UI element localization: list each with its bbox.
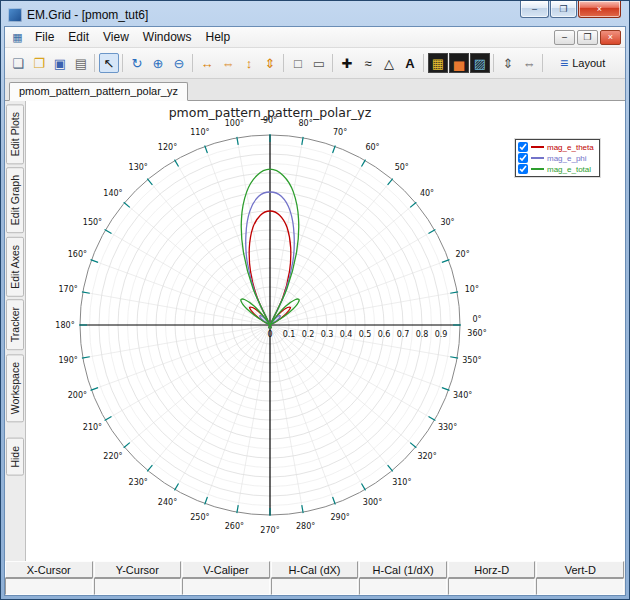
mdi-minimize-button[interactable]: – bbox=[554, 30, 575, 45]
angle-label-280: 280° bbox=[296, 522, 315, 531]
fit-width-button[interactable]: ↔ bbox=[197, 53, 217, 73]
waterfall-plot-button[interactable]: ▦ bbox=[428, 53, 448, 73]
app-icon[interactable] bbox=[8, 8, 22, 22]
open-folder-button[interactable]: ❐ bbox=[29, 53, 49, 73]
menu-view[interactable]: View bbox=[96, 29, 136, 45]
angle-tick bbox=[442, 388, 450, 391]
angle-tick bbox=[362, 483, 366, 490]
pan-horizontal-button[interactable]: ⇔ bbox=[519, 53, 539, 73]
save-button[interactable]: ▣ bbox=[50, 53, 70, 73]
mdi-restore-button[interactable]: ❐ bbox=[577, 30, 598, 45]
angle-tick bbox=[362, 160, 366, 167]
mdi-close-button[interactable]: × bbox=[600, 30, 621, 45]
box-zoom-icon: □ bbox=[294, 57, 302, 70]
replot-button[interactable]: ↻ bbox=[127, 53, 147, 73]
layout-label: Layout bbox=[572, 57, 605, 69]
angle-label-330: 330° bbox=[438, 423, 457, 432]
client-area: ▦ File Edit View Windows Help – ❐ × ❏❐▣▤… bbox=[4, 26, 626, 596]
open-folder-icon: ❐ bbox=[33, 57, 45, 70]
side-tab-edit-graph[interactable]: Edit Graph bbox=[6, 167, 24, 233]
angle-tick bbox=[105, 417, 112, 421]
app-window: EM.Grid - [pmom_tut6] – ❐ × ▦ File Edit … bbox=[0, 0, 630, 600]
angle-label-110: 110° bbox=[190, 128, 209, 137]
crosshair-button[interactable]: ✚ bbox=[337, 53, 357, 73]
image-plot-button[interactable]: ▨ bbox=[470, 53, 490, 73]
zoom-out-button[interactable]: ⊖ bbox=[169, 53, 189, 73]
menu-file[interactable]: File bbox=[28, 29, 61, 45]
restore-button[interactable]: ❐ bbox=[550, 1, 577, 18]
angle-label-140: 140° bbox=[103, 189, 122, 198]
legend-swatch-mag_e_phi bbox=[531, 157, 544, 159]
print-button[interactable]: ▤ bbox=[71, 53, 91, 73]
mdi-child-icon[interactable]: ▦ bbox=[10, 31, 25, 44]
side-tab-edit-axes[interactable]: Edit Axes bbox=[6, 237, 24, 297]
select-cursor-icon: ↖ bbox=[104, 57, 115, 70]
legend-checkbox-mag_e_total[interactable] bbox=[518, 164, 528, 174]
menu-windows[interactable]: Windows bbox=[136, 29, 199, 45]
legend-item-mag_e_phi: mag_e_phi bbox=[518, 153, 594, 163]
tracker-button[interactable]: ≈ bbox=[358, 53, 378, 73]
toolbar-separator bbox=[122, 54, 123, 72]
menu-help[interactable]: Help bbox=[199, 29, 238, 45]
region-select-button[interactable]: ▭ bbox=[309, 53, 329, 73]
legend-checkbox-mag_e_theta[interactable] bbox=[518, 142, 528, 152]
angle-label-240: 240° bbox=[158, 498, 177, 507]
angle-label-270: 270° bbox=[260, 526, 279, 535]
angle-tick bbox=[428, 230, 435, 234]
side-tab-workspace[interactable]: Workspace bbox=[6, 354, 24, 422]
add-text-icon: A bbox=[405, 57, 414, 70]
angle-label-310: 310° bbox=[392, 478, 411, 487]
layout-icon: ≡ bbox=[560, 55, 568, 71]
menu-edit[interactable]: Edit bbox=[61, 29, 96, 45]
legend-item-mag_e_theta: mag_e_theta bbox=[518, 142, 594, 152]
status-value-cell bbox=[359, 578, 447, 595]
angle-label-180: 180° bbox=[55, 321, 74, 330]
caliper-icon: △ bbox=[384, 57, 394, 70]
layout-button[interactable]: ≡ Layout bbox=[554, 54, 611, 72]
angle-label-50: 50° bbox=[395, 163, 409, 172]
grid-spoke bbox=[270, 325, 392, 471]
plot-area[interactable]: 0°10°20°30°40°50°60°70°80°90°100°110°120… bbox=[26, 101, 625, 561]
legend-checkbox-mag_e_phi[interactable] bbox=[518, 153, 528, 163]
angle-label-260: 260° bbox=[225, 522, 244, 531]
status-value-cell bbox=[182, 578, 270, 595]
box-zoom-button[interactable]: □ bbox=[288, 53, 308, 73]
expand-y-button[interactable]: ⇕ bbox=[260, 53, 280, 73]
status-value-row bbox=[5, 578, 625, 595]
angle-tick bbox=[124, 202, 130, 207]
grid-spoke bbox=[124, 325, 270, 447]
pan-horizontal-icon: ⇔ bbox=[523, 57, 536, 70]
radial-label-0.1: 0.1 bbox=[283, 330, 296, 339]
angle-tick bbox=[388, 465, 393, 471]
angle-label-0: 0° bbox=[472, 315, 481, 324]
spectrum-plot-button[interactable]: ▅ bbox=[449, 53, 469, 73]
side-tab-tracker[interactable]: Tracker bbox=[6, 299, 24, 350]
new-file-button[interactable]: ❏ bbox=[8, 53, 28, 73]
angle-label-360: 360° bbox=[467, 329, 486, 338]
side-tab-edit-plots[interactable]: Edit Plots bbox=[6, 104, 24, 164]
angle-label-130: 130° bbox=[129, 163, 148, 172]
side-tab-hide[interactable]: Hide bbox=[6, 438, 24, 476]
caliper-button[interactable]: △ bbox=[379, 53, 399, 73]
add-text-button[interactable]: A bbox=[400, 53, 420, 73]
expand-x-button[interactable]: ⇔ bbox=[218, 53, 238, 73]
toolbar-separator bbox=[542, 54, 543, 72]
angle-tick bbox=[428, 417, 435, 421]
tab-bar: pmom_pattern_pattern_polar_yz bbox=[5, 79, 625, 101]
select-cursor-button[interactable]: ↖ bbox=[99, 53, 119, 73]
angle-label-210: 210° bbox=[83, 423, 102, 432]
angle-tick bbox=[388, 179, 393, 185]
fit-height-button[interactable]: ↕ bbox=[239, 53, 259, 73]
status-value-cell bbox=[94, 578, 182, 595]
angle-tick bbox=[410, 202, 416, 207]
legend-swatch-mag_e_theta bbox=[531, 146, 544, 148]
close-button[interactable]: × bbox=[578, 1, 621, 18]
tab-pmom-pattern-polar-yz[interactable]: pmom_pattern_pattern_polar_yz bbox=[9, 82, 188, 101]
angle-label-40: 40° bbox=[420, 189, 434, 198]
zoom-in-button[interactable]: ⊕ bbox=[148, 53, 168, 73]
angle-tick bbox=[333, 497, 336, 505]
legend-item-mag_e_total: mag_e_total bbox=[518, 164, 594, 174]
radial-label-0.9: 0.9 bbox=[435, 330, 448, 339]
pan-vertical-button[interactable]: ⇕ bbox=[498, 53, 518, 73]
minimize-button[interactable]: – bbox=[520, 1, 549, 18]
